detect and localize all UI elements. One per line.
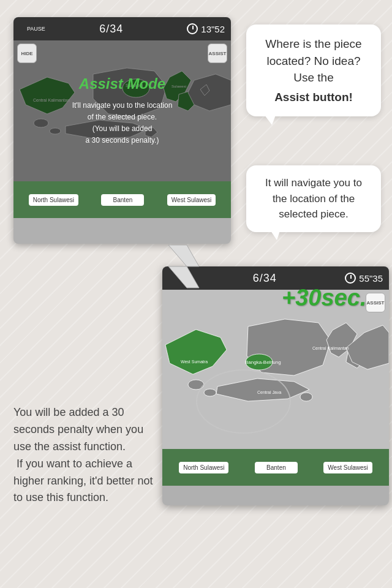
pause-label: PAUSE [27, 26, 45, 32]
svg-text:Bangka-Belitung: Bangka-Belitung [245, 360, 281, 365]
timer-area-top: 13"52 [187, 23, 225, 34]
svg-point-28 [300, 393, 312, 401]
region-badge-bottom-1[interactable]: North Sulawesi [179, 462, 228, 473]
penalty-text: +30sec. [282, 285, 366, 311]
screenshot-top: PAUSE 6/34 13"52 [13, 17, 231, 244]
svg-text:Central Kalimantan: Central Kalimantan [312, 346, 349, 350]
bubble-top-line4: Assist button! [258, 89, 369, 106]
screen-footer-bottom: North Sulawesi Banten West Sulawesi [162, 449, 389, 486]
bubble-mid: It will navigate you to the location of … [246, 165, 381, 232]
assist-label-top: ASSIST [209, 51, 227, 56]
region-badge-2[interactable]: Banten [101, 194, 144, 206]
region-badge-bottom-2[interactable]: Banten [255, 462, 298, 473]
score-display-top: 6/34 [99, 23, 123, 36]
timer-icon-bottom [345, 273, 356, 284]
screen-header-top: PAUSE 6/34 13"52 [13, 17, 231, 40]
map-area-bottom[interactable]: Bangka-Belitung West Sumatra Central Kal… [162, 290, 389, 449]
svg-text:Central Java: Central Java [257, 390, 281, 394]
bubble-top-line1: Where is the piece [265, 37, 361, 50]
region-badge-bottom-3[interactable]: West Sulawesi [323, 462, 372, 473]
assist-mode-overlay: HIDE ASSIST Assist Mode It'll navigate y… [13, 40, 231, 181]
page: PAUSE 6/34 13"52 [0, 0, 392, 588]
assist-button-bottom[interactable]: ASSIST [366, 293, 385, 312]
bottom-paragraph: You will be added a 30 seconds penalty w… [13, 406, 153, 503]
svg-marker-14 [168, 245, 199, 266]
bubble-mid-text: It will navigate you to the location of … [265, 177, 362, 220]
hide-label: HIDE [21, 51, 32, 56]
bottom-text-block: You will be added a 30 seconds penalty w… [13, 404, 160, 507]
bubble-top: Where is the piece located? No idea? Use… [246, 24, 381, 116]
assist-label-bottom: ASSIST [367, 300, 385, 306]
arrow-connector [156, 239, 211, 294]
region-badge-3[interactable]: West Sulawesi [167, 194, 216, 206]
svg-point-30 [204, 389, 216, 396]
region-badge-1[interactable]: North Sulawesi [29, 194, 78, 206]
bubble-top-line3: Use the [293, 71, 333, 84]
timer-icon-top [187, 23, 198, 34]
map-area-top[interactable]: Central Kalimantan Sulawesi Sulawesi HID… [13, 40, 231, 181]
map-svg-bottom: Bangka-Belitung West Sumatra Central Kal… [162, 290, 389, 449]
svg-point-29 [188, 380, 204, 390]
bubble-top-line2: located? No idea? [266, 55, 360, 67]
score-display-bottom: 6/34 [253, 272, 277, 285]
assist-mode-title: Assist Mode [79, 75, 165, 92]
timer-text-bottom: 55"35 [359, 273, 383, 284]
timer-text-top: 13"52 [201, 24, 225, 34]
screen-footer-top: North Sulawesi Banten West Sulawesi [13, 181, 231, 218]
penalty-badge: +30sec. [282, 285, 366, 311]
hide-button[interactable]: HIDE [17, 43, 37, 63]
pause-button[interactable]: PAUSE [20, 23, 36, 35]
svg-text:West Sumatra: West Sumatra [181, 360, 208, 364]
timer-area-bottom: 55"35 [345, 273, 383, 284]
assist-mode-desc: It'll navigate you to the locationof the… [72, 100, 173, 147]
assist-button-top[interactable]: ASSIST [208, 43, 227, 63]
svg-marker-15 [168, 266, 199, 288]
